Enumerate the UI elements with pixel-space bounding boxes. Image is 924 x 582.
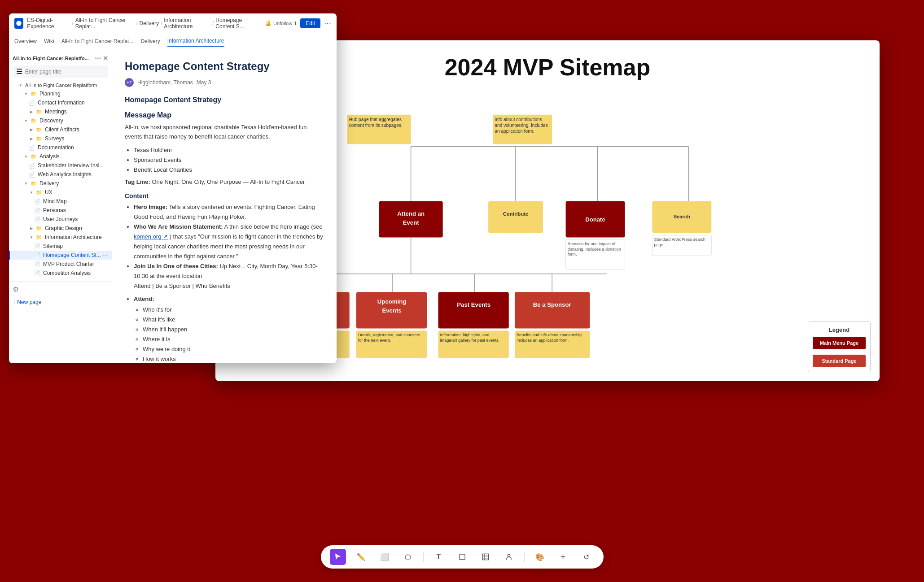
table-tool[interactable] bbox=[477, 549, 494, 565]
join-us-item: Join Us In One of these Cities: Up Next.… bbox=[134, 261, 324, 291]
chevron-down-icon bbox=[23, 91, 29, 96]
doc-icon: 📄 bbox=[34, 252, 40, 258]
edit-button[interactable]: Edit bbox=[300, 18, 320, 28]
tab-ia[interactable]: Information Architecture bbox=[167, 36, 224, 47]
confluence-window: ES-Digital-Experience / All-In to Fight … bbox=[9, 13, 337, 363]
legend-title: Legend bbox=[813, 326, 866, 333]
tab-delivery[interactable]: Delivery bbox=[140, 36, 160, 46]
doc-icon: 📄 bbox=[34, 217, 40, 222]
sidebar-label-analysis: Analysis bbox=[39, 153, 60, 160]
sidebar-item-ux[interactable]: 📁 UX bbox=[9, 188, 112, 197]
sidebar-item-documentation[interactable]: 📄 Documentation bbox=[9, 143, 112, 152]
sidebar-item-delivery[interactable]: 📁 Delivery bbox=[9, 179, 112, 188]
sidebar-label-planning: Planning bbox=[39, 91, 61, 97]
toolbar-divider-2 bbox=[524, 552, 525, 562]
pen-tool[interactable]: ✏️ bbox=[353, 549, 369, 565]
folder-icon: 📁 bbox=[36, 136, 42, 142]
toolbar-divider bbox=[423, 552, 424, 562]
undo-button[interactable]: ↺ bbox=[578, 549, 595, 565]
tab-overview[interactable]: Overview bbox=[14, 36, 37, 46]
sidebar-item-ia[interactable]: 📁 Information Architecture bbox=[9, 233, 112, 242]
sidebar-close-icon[interactable]: ✕ bbox=[103, 55, 108, 62]
sidebar-label-client-artifacts: Client Artifacts bbox=[45, 126, 79, 133]
more-options-button[interactable]: ⋯ bbox=[324, 19, 331, 27]
sidebar-item-contact[interactable]: 📄 Contact Information bbox=[9, 98, 112, 107]
folder-icon: 📁 bbox=[36, 109, 42, 115]
sidebar-item-competitor[interactable]: 📄 Competitor Analysis bbox=[9, 269, 112, 278]
svg-text:Contribute: Contribute bbox=[503, 211, 528, 217]
page-title: Homepage Content Strategy bbox=[125, 60, 324, 73]
doc-icon: 📄 bbox=[29, 163, 35, 169]
shape-tool[interactable]: ⬜ bbox=[377, 549, 393, 565]
attend-header: Attend: Who it's for What it's like When… bbox=[134, 294, 324, 363]
top-bar: ES-Digital-Experience / All-In to Fight … bbox=[9, 13, 337, 33]
person-tool[interactable] bbox=[501, 549, 517, 565]
list-item: Where it is bbox=[143, 334, 324, 344]
paint-tool[interactable]: 🎨 bbox=[532, 549, 548, 565]
sidebar-project-name[interactable]: All-In-to-Fight-Cancer-Replatfo... bbox=[13, 56, 89, 61]
sidebar-item-client-artifacts[interactable]: 📁 Client Artifacts bbox=[9, 125, 112, 134]
attend-section: Attend: Who it's for What it's like When… bbox=[134, 294, 324, 363]
tag-line: Tag Line: One Night, One City, One Purpo… bbox=[125, 178, 324, 187]
sidebar-more-icon[interactable]: ⋯ bbox=[95, 55, 101, 62]
bc-3[interactable]: Delivery bbox=[140, 20, 159, 26]
bc-2[interactable]: All-In to Fight Cancer Replat... bbox=[75, 17, 135, 30]
content-area: Homepage Content Strategy HT Higginbotha… bbox=[112, 49, 337, 363]
sidebar-item-graphic-design[interactable]: 📁 Graphic Design bbox=[9, 224, 112, 233]
chevron-down-icon bbox=[23, 118, 29, 123]
frame-tool[interactable] bbox=[454, 549, 470, 565]
sidebar-item-mvp-charter[interactable]: 📄 MVP Product Charter bbox=[9, 260, 112, 269]
search-input[interactable] bbox=[25, 69, 105, 75]
bc-1[interactable]: ES-Digital-Experience bbox=[27, 17, 70, 30]
more-options-icon[interactable]: ⋯ bbox=[103, 252, 108, 258]
sidebar-label-competitor: Competitor Analysis bbox=[43, 270, 91, 276]
who-we-are-item: Who We Are Mission Statement: A thin sli… bbox=[134, 222, 324, 261]
doc-icon: 📄 bbox=[34, 261, 40, 267]
main-area: All-In-to-Fight-Cancer-Replatfo... ⋯ ✕ ☰… bbox=[9, 49, 337, 363]
sidebar-item-planning[interactable]: 📁 Planning bbox=[9, 89, 112, 98]
sidebar-item-analysis[interactable]: 📁 Analysis bbox=[9, 152, 112, 161]
form-tool[interactable]: ⬡ bbox=[400, 549, 416, 565]
cursor-tool[interactable] bbox=[330, 549, 346, 565]
doc-icon: 📄 bbox=[34, 270, 40, 276]
sidebar-search[interactable]: ☰ bbox=[13, 65, 108, 78]
svg-point-38 bbox=[16, 21, 22, 26]
add-button[interactable]: + bbox=[555, 549, 571, 565]
bc-4[interactable]: Information Architecture bbox=[164, 17, 210, 30]
sidebar-label-personas: Personas bbox=[43, 207, 66, 213]
attend-label: Attend: bbox=[134, 295, 154, 302]
sidebar-item-personas[interactable]: 📄 Personas bbox=[9, 206, 112, 215]
sidebar-item-mindmap[interactable]: 📄 Mind Map bbox=[9, 197, 112, 206]
text-tool[interactable]: T bbox=[431, 549, 447, 565]
doc-icon: 📄 bbox=[34, 199, 40, 204]
svg-text:Be a Sponsor: Be a Sponsor bbox=[533, 301, 571, 308]
join-us-label: Join Us In One of these Cities: bbox=[134, 263, 218, 269]
bc-5[interactable]: Homepage Content S... bbox=[215, 17, 262, 30]
sidebar-label-contact: Contact Information bbox=[38, 100, 85, 106]
sidebar-item-homepage-content[interactable]: 📄 Homepage Content St... ⋯ bbox=[9, 251, 112, 260]
list-item: What it's like bbox=[143, 315, 324, 325]
gear-icon[interactable]: ⚙ bbox=[13, 286, 19, 293]
folder-icon: 📁 bbox=[36, 190, 42, 195]
sidebar: All-In-to-Fight-Cancer-Replatfo... ⋯ ✕ ☰… bbox=[9, 49, 112, 363]
sidebar-label-mindmap: Mind Map bbox=[43, 198, 67, 204]
chevron-down-icon bbox=[23, 181, 29, 186]
komen-link[interactable]: komen.org ↗ bbox=[134, 233, 168, 240]
sidebar-item-meetings[interactable]: 📁 Meetings bbox=[9, 107, 112, 116]
list-item: Who it's for bbox=[143, 305, 324, 315]
chevron-down-icon bbox=[23, 154, 29, 159]
who-we-are-text: A thin slice below the hero image (see bbox=[224, 223, 323, 230]
tab-project[interactable]: All-In to Fight Cancer Replat... bbox=[61, 36, 134, 46]
sidebar-item-stakeholder[interactable]: 📄 Stakeholder Interview Insi... bbox=[9, 161, 112, 170]
new-page-button[interactable]: + New page bbox=[9, 297, 112, 307]
sidebar-item-surveys[interactable]: 📁 Surveys bbox=[9, 134, 112, 143]
sidebar-item-analytics[interactable]: 📄 Web Analytics Insights bbox=[9, 170, 112, 179]
unfollow-button[interactable]: 🔔 Unfollow 1 bbox=[265, 20, 297, 26]
tree-root[interactable]: All-In to Fight Cancer Replatform bbox=[9, 81, 112, 89]
tab-wiki[interactable]: Wiki bbox=[44, 36, 54, 46]
sidebar-item-sitemap[interactable]: 📄 Sitemap bbox=[9, 242, 112, 251]
tag-line-value: One Night, One City, One Purpose — All-I… bbox=[152, 178, 305, 185]
sidebar-item-discovery[interactable]: 📁 Discovery bbox=[9, 116, 112, 125]
sidebar-item-user-journeys[interactable]: 📄 User Journeys bbox=[9, 215, 112, 224]
intro-text: All-In, we host sponsored regional chari… bbox=[125, 123, 324, 142]
